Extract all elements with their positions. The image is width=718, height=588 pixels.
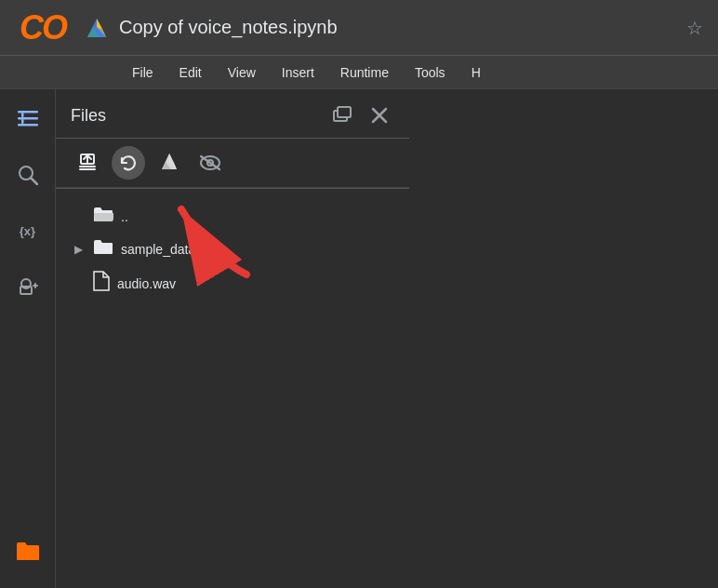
files-header-actions	[327, 100, 394, 130]
files-close-btn[interactable]	[365, 100, 394, 130]
svg-rect-5	[21, 113, 24, 117]
file-icon	[93, 271, 110, 296]
svg-rect-2	[18, 111, 38, 114]
menu-view[interactable]: View	[217, 61, 267, 84]
svg-line-8	[31, 178, 37, 184]
refresh-btn[interactable]	[112, 146, 145, 180]
hide-icon	[199, 154, 221, 171]
svg-rect-6	[21, 119, 24, 124]
svg-rect-17	[79, 166, 96, 167]
left-sidebar: {x}	[0, 89, 56, 588]
files-header: Files	[56, 89, 409, 139]
menu-icon	[18, 111, 38, 127]
svg-rect-14	[338, 107, 351, 117]
colab-logo-text: CO	[20, 8, 66, 47]
menu-insert[interactable]: Insert	[271, 61, 326, 84]
topbar-title: Copy of voice_notes.ipynb	[119, 17, 675, 38]
close-icon	[371, 107, 388, 124]
menu-edit[interactable]: Edit	[168, 61, 213, 84]
folder-icon	[93, 206, 113, 227]
svg-rect-18	[79, 168, 96, 170]
topbar: CO Copy of voice_notes.ipynb ☆	[0, 0, 718, 56]
menubar: File Edit View Insert Runtime Tools H	[0, 56, 718, 89]
variables-icon: {x}	[20, 224, 35, 238]
toolbar-separator	[56, 188, 409, 189]
new-window-icon	[333, 106, 352, 125]
menu-file[interactable]: File	[121, 61, 165, 84]
menu-help[interactable]: H	[460, 61, 492, 84]
list-item[interactable]: ▶ sample_data	[56, 233, 409, 265]
audio-wav-label: audio.wav	[117, 276, 176, 291]
toolbar-row	[56, 139, 409, 188]
colab-logo: CO	[15, 6, 71, 50]
files-title: Files	[71, 106, 106, 126]
sidebar-icon-folder-bottom[interactable]	[9, 532, 47, 569]
file-list: .. ▶ sample_data	[56, 193, 409, 588]
file-doc-icon	[93, 271, 110, 291]
parent-dir-label: ..	[121, 209, 128, 224]
secrets-icon	[18, 276, 38, 297]
folder-orange-icon	[16, 541, 40, 561]
notebook-area	[409, 89, 718, 588]
upload-btn[interactable]	[71, 146, 104, 180]
hide-files-btn[interactable]	[193, 146, 227, 180]
list-item[interactable]: audio.wav	[56, 265, 409, 301]
svg-rect-3	[18, 117, 38, 120]
upload-icon	[77, 153, 98, 173]
files-panel: Files	[56, 89, 409, 588]
drive-files-icon	[159, 153, 180, 173]
refresh-icon	[118, 153, 139, 173]
search-icon	[18, 165, 38, 185]
sidebar-icon-secrets[interactable]	[9, 268, 47, 305]
expand-arrow[interactable]: ▶	[71, 243, 86, 256]
folder-closed-icon	[93, 238, 113, 255]
svg-rect-4	[18, 124, 38, 127]
files-new-window-btn[interactable]	[327, 100, 357, 130]
sidebar-icon-menu[interactable]	[9, 100, 47, 138]
menu-runtime[interactable]: Runtime	[329, 61, 400, 84]
main-area: {x} Files	[0, 89, 718, 588]
folder-icon	[93, 238, 113, 260]
sidebar-icon-variables[interactable]: {x}	[9, 212, 47, 249]
sample-data-label: sample_data	[121, 242, 195, 257]
list-item[interactable]: ..	[56, 200, 409, 233]
sidebar-icon-search[interactable]	[9, 156, 47, 194]
menu-tools[interactable]: Tools	[404, 61, 457, 84]
drive-icon-wrap	[86, 17, 108, 39]
star-icon[interactable]: ☆	[686, 17, 703, 39]
drive-sync-btn[interactable]	[153, 146, 186, 180]
drive-icon	[86, 17, 108, 39]
folder-open-icon	[93, 206, 113, 222]
